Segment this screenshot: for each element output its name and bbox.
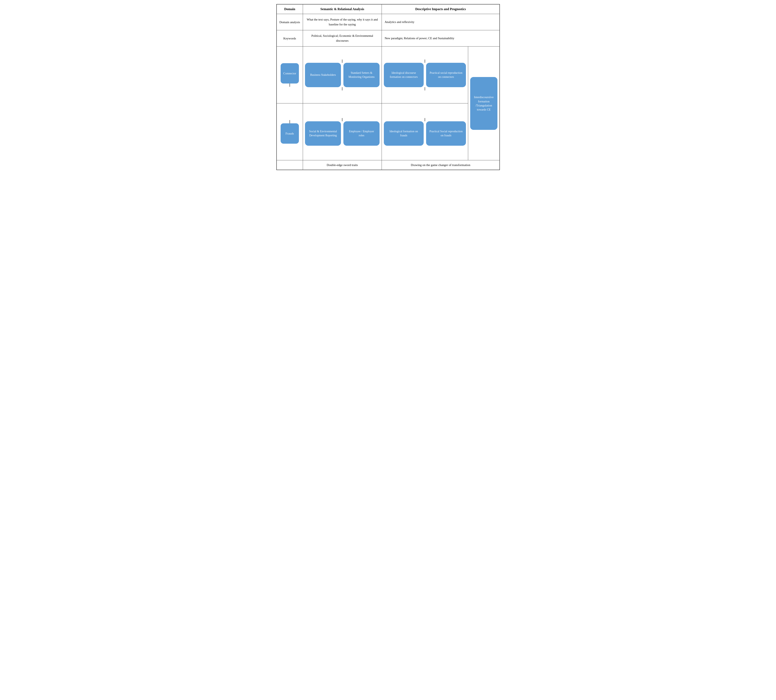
frauds-descriptive-cell: Ideological formation on frauds Practica… bbox=[381, 103, 468, 160]
row-frauds: Frauds Social & Environmental Developmen… bbox=[276, 103, 500, 160]
right-span-cell: Interdiscoursiive formation /Triangulati… bbox=[468, 47, 500, 160]
domain-analysis-label: Domain analysis bbox=[276, 14, 303, 30]
connector-desc-vline-bottom bbox=[425, 87, 425, 90]
bottom-semantic-cell: Double-edge sword traits bbox=[303, 160, 382, 170]
row-keywords: Keywords Political, Sociological; Econom… bbox=[276, 30, 500, 47]
row-bottom: Double-edge sword traits Drawing on the … bbox=[276, 160, 500, 170]
frauds-desc-vline-top bbox=[425, 118, 425, 121]
interdiscursive-box: Interdiscoursiive formation /Triangulati… bbox=[470, 77, 498, 130]
frauds-practical-box: Practical Social reproduction on frauds bbox=[426, 121, 466, 146]
connector-standard-setters-box: Standard Setters & Monitoring Organisms bbox=[343, 63, 380, 87]
connector-ideological-box: Ideological discourse formation on conne… bbox=[384, 63, 424, 87]
connector-domain-cell: Connector bbox=[276, 47, 303, 103]
frauds-semantic-cell: Social & Environmental Development Repor… bbox=[303, 103, 382, 160]
connector-descriptive-cell: Ideological discourse formation on conne… bbox=[381, 47, 468, 103]
connector-vline-bottom bbox=[290, 83, 290, 87]
frauds-employee-box: Employee / Employer roles bbox=[343, 121, 380, 146]
frauds-sem-vline-top bbox=[342, 118, 342, 121]
connector-desc-vline-top bbox=[425, 60, 425, 63]
header-domain: Domain bbox=[276, 4, 303, 14]
frauds-descriptive-boxes: Ideological formation on frauds Practica… bbox=[384, 121, 466, 146]
main-table: Domain Semantic & Relational Analysis De… bbox=[276, 4, 500, 170]
row-domain-analysis: Domain analysis What the text says, Post… bbox=[276, 14, 500, 30]
frauds-social-env-box: Social & Environmental Development Repor… bbox=[305, 121, 341, 146]
domain-analysis-semantic: What the text says, Posture of the sayin… bbox=[303, 14, 382, 30]
connector-semantic-boxes: Business Stakeholders Standard Setters &… bbox=[305, 63, 380, 87]
header-descriptive: Descriptive Impacts and Prognostics bbox=[381, 4, 500, 14]
bottom-descriptive-cell: Drawing on the game changer of transform… bbox=[381, 160, 500, 170]
connector-semantic-cell: Business Stakeholders Standard Setters &… bbox=[303, 47, 382, 103]
connector-descriptive-boxes: Ideological discourse formation on conne… bbox=[384, 63, 466, 87]
connector-label-box: Connector bbox=[281, 63, 299, 83]
connector-practical-box: Practical social reproduction on connect… bbox=[426, 63, 466, 87]
domain-analysis-descriptive: Analytics and reflexivity bbox=[381, 14, 500, 30]
frauds-semantic-boxes: Social & Environmental Development Repor… bbox=[305, 121, 380, 146]
frauds-domain-cell: Frauds bbox=[276, 103, 303, 160]
header-semantic: Semantic & Relational Analysis bbox=[303, 4, 382, 14]
keywords-descriptive: New paradigm; Relations of power; CE and… bbox=[381, 30, 500, 47]
frauds-ideological-box: Ideological formation on frauds bbox=[384, 121, 424, 146]
row-connector: Connector Business Stakeholders Standard… bbox=[276, 47, 500, 103]
connector-sem-vline-top bbox=[342, 60, 342, 63]
connector-sem-vline-bottom bbox=[342, 87, 342, 90]
connector-business-stakeholders-box: Business Stakeholders bbox=[305, 63, 341, 87]
keywords-semantic: Political, Sociological; Economic & Envi… bbox=[303, 30, 382, 47]
connector-domain-inner: Connector bbox=[278, 63, 302, 87]
frauds-vline-top bbox=[290, 120, 290, 123]
bottom-domain-cell bbox=[276, 160, 303, 170]
keywords-label: Keywords bbox=[276, 30, 303, 47]
frauds-domain-inner: Frauds bbox=[278, 120, 302, 144]
frauds-label-box: Frauds bbox=[281, 123, 299, 144]
